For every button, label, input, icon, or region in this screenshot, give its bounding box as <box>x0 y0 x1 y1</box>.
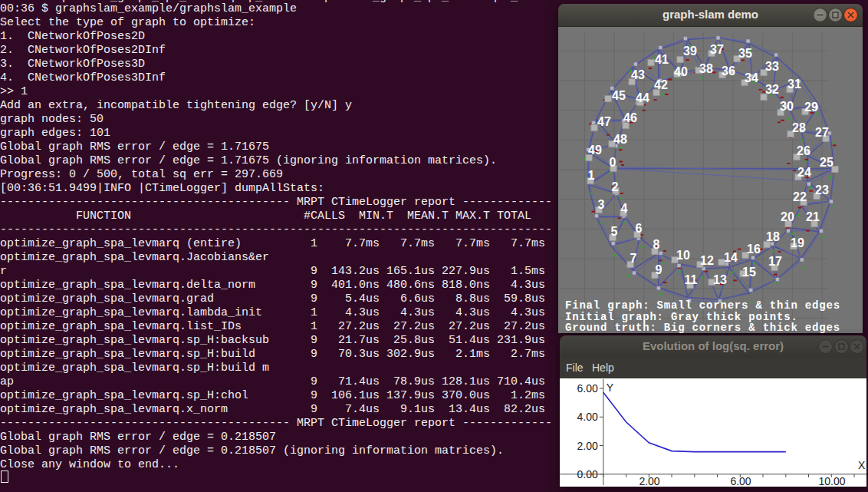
svg-text:1: 1 <box>588 169 595 182</box>
svg-text:49: 49 <box>588 144 602 157</box>
svg-text:42: 42 <box>654 78 668 91</box>
svg-text:16: 16 <box>747 243 761 256</box>
svg-text:9: 9 <box>656 263 663 276</box>
svg-text:36: 36 <box>722 64 735 78</box>
svg-text:Y: Y <box>607 381 614 394</box>
svg-text:48: 48 <box>613 133 627 146</box>
svg-text:X: X <box>858 459 866 471</box>
svg-text:28: 28 <box>792 121 806 134</box>
svg-text:19: 19 <box>791 236 804 249</box>
svg-text:46: 46 <box>623 111 637 124</box>
svg-text:39: 39 <box>683 45 697 58</box>
svg-text:21: 21 <box>806 210 820 223</box>
svg-text:23: 23 <box>815 183 829 196</box>
svg-text:2: 2 <box>612 180 619 193</box>
svg-text:38: 38 <box>699 62 713 75</box>
svg-text:43: 43 <box>631 68 645 81</box>
svg-text:4: 4 <box>621 202 628 215</box>
svg-text:37: 37 <box>710 43 724 56</box>
svg-text:25: 25 <box>820 156 833 169</box>
svg-text:20: 20 <box>781 210 794 223</box>
svg-text:32: 32 <box>765 83 779 96</box>
svg-text:5: 5 <box>611 225 618 238</box>
svg-text:2.00: 2.00 <box>639 475 659 487</box>
svg-text:18: 18 <box>766 230 780 243</box>
svg-text:3: 3 <box>598 198 605 211</box>
svg-text:22: 22 <box>793 190 807 203</box>
svg-text:47: 47 <box>597 115 611 128</box>
svg-text:12: 12 <box>700 254 714 267</box>
svg-text:44: 44 <box>636 91 649 104</box>
svg-text:6.00: 6.00 <box>577 382 598 395</box>
svg-text:27: 27 <box>815 126 829 139</box>
svg-text:8: 8 <box>653 238 660 251</box>
svg-text:15: 15 <box>742 266 756 279</box>
svg-text:17: 17 <box>768 255 782 268</box>
svg-text:4.00: 4.00 <box>577 411 598 423</box>
svg-text:29: 29 <box>804 101 818 114</box>
svg-text:35: 35 <box>738 47 752 60</box>
svg-text:6.00: 6.00 <box>730 475 751 487</box>
svg-text:0: 0 <box>610 156 616 169</box>
svg-text:0.00: 0.00 <box>577 468 598 480</box>
svg-text:24: 24 <box>797 166 811 179</box>
svg-text:33: 33 <box>765 60 779 73</box>
svg-text:31: 31 <box>787 78 801 91</box>
svg-text:26: 26 <box>797 144 810 157</box>
svg-text:13: 13 <box>713 273 727 286</box>
svg-text:10: 10 <box>676 249 690 262</box>
svg-text:7: 7 <box>630 252 637 265</box>
svg-text:34: 34 <box>745 71 758 84</box>
svg-text:11: 11 <box>685 273 698 286</box>
svg-text:41: 41 <box>655 53 669 66</box>
svg-text:14: 14 <box>724 251 738 264</box>
svg-text:30: 30 <box>780 100 794 113</box>
svg-text:40: 40 <box>674 65 688 78</box>
svg-text:10.00: 10.00 <box>818 475 845 487</box>
svg-text:45: 45 <box>612 89 626 102</box>
svg-text:6: 6 <box>636 222 643 235</box>
svg-text:2.00: 2.00 <box>577 440 598 452</box>
